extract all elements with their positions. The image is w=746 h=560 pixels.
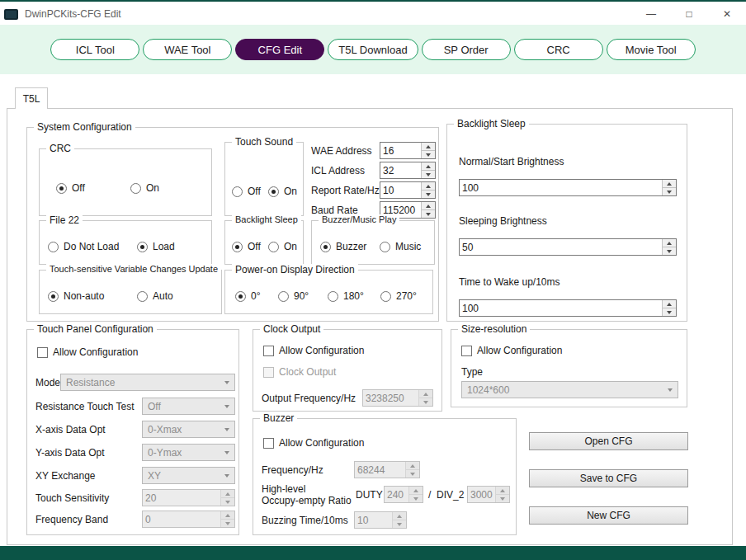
size-allow-configuration-checkbox[interactable]: Allow Configuration bbox=[461, 345, 562, 356]
spin-down-icon[interactable] bbox=[422, 209, 435, 218]
radio-180deg[interactable]: 180° bbox=[328, 290, 364, 302]
radio-touch-sound-off[interactable]: Off bbox=[232, 186, 261, 197]
save-to-cfg-button[interactable]: Save to CFG bbox=[529, 469, 688, 487]
icl-address-spinner[interactable]: 32 bbox=[380, 162, 436, 179]
radio-label: 180° bbox=[343, 290, 364, 302]
checkbox-icon bbox=[263, 438, 274, 449]
group-title: Power-on Display Direction bbox=[232, 264, 358, 275]
spin-down-icon[interactable] bbox=[422, 150, 435, 158]
spin-up-icon[interactable] bbox=[422, 182, 435, 190]
buzzing-time-label: Buzzing Time/10ms bbox=[262, 515, 348, 526]
spin-up-icon[interactable] bbox=[422, 162, 435, 170]
spinner-buttons bbox=[421, 182, 435, 198]
spin-down-icon[interactable] bbox=[663, 308, 676, 316]
report-rate-label: Report Rate/Hz bbox=[311, 185, 380, 196]
spin-up-icon[interactable] bbox=[663, 180, 676, 187]
div2-spinner: 3000 bbox=[467, 486, 510, 503]
normal-brightness-value[interactable]: 100 bbox=[460, 180, 662, 195]
spin-down-icon[interactable] bbox=[422, 170, 435, 178]
radio-crc-on[interactable]: On bbox=[130, 182, 159, 194]
minimize-icon[interactable]: — bbox=[632, 3, 670, 25]
nav-sp-order[interactable]: SP Order bbox=[422, 39, 511, 60]
radio-icon bbox=[130, 183, 141, 194]
frequency-band-label: Frequency Band bbox=[35, 514, 108, 525]
y-axis-data-opt-label: Y-axis Data Opt bbox=[35, 447, 105, 459]
report-rate-value[interactable]: 10 bbox=[380, 182, 421, 198]
spin-up-icon[interactable] bbox=[422, 143, 435, 150]
resistance-touch-test-select: Off bbox=[142, 398, 235, 415]
spin-down-icon[interactable] bbox=[663, 247, 676, 255]
touch-variable-update-group: Touch-sensitive Variable Changes Update … bbox=[39, 270, 222, 314]
spin-down-icon[interactable] bbox=[422, 190, 435, 198]
ratio-label-line1: High-level bbox=[262, 483, 305, 495]
spin-up-icon[interactable] bbox=[422, 202, 435, 209]
spin-down-icon[interactable] bbox=[663, 187, 676, 195]
xy-exchange-select: XY bbox=[142, 467, 235, 484]
tab-t5l[interactable]: T5L bbox=[15, 87, 48, 109]
report-rate-spinner[interactable]: 10 bbox=[380, 181, 436, 199]
nav-movie-tool[interactable]: Movie Tool bbox=[607, 39, 696, 60]
buzzer-frequency-spinner: 68244 bbox=[354, 461, 420, 478]
radio-music[interactable]: Music bbox=[380, 241, 421, 252]
open-cfg-button[interactable]: Open CFG bbox=[529, 432, 688, 450]
window-controls: — □ ✕ bbox=[632, 3, 746, 25]
radio-icon bbox=[232, 186, 243, 197]
spin-down-icon bbox=[221, 497, 234, 506]
checkbox-label: Allow Configuration bbox=[279, 437, 364, 449]
radio-backlight-on[interactable]: On bbox=[268, 241, 297, 252]
spin-up-icon[interactable] bbox=[663, 300, 676, 308]
nav-crc[interactable]: CRC bbox=[514, 39, 603, 60]
buzzer-allow-configuration-checkbox[interactable]: Allow Configuration bbox=[263, 437, 364, 449]
spin-up-icon bbox=[496, 487, 509, 494]
spinner-buttons bbox=[418, 390, 432, 406]
radio-file22-load[interactable]: Load bbox=[137, 241, 175, 252]
spin-up-icon bbox=[419, 390, 432, 398]
spin-down-icon bbox=[393, 520, 406, 528]
radio-auto[interactable]: Auto bbox=[137, 290, 173, 302]
radio-270deg[interactable]: 270° bbox=[380, 290, 417, 302]
spin-up-icon[interactable] bbox=[663, 239, 676, 247]
radio-buzzer[interactable]: Buzzer bbox=[320, 241, 366, 252]
radio-crc-off[interactable]: Off bbox=[56, 182, 85, 194]
resistance-touch-test-label: Resistance Touch Test bbox=[35, 401, 135, 412]
touch-sensitivity-spinner: 20 bbox=[142, 489, 235, 506]
frequency-band-spinner: 0 bbox=[142, 511, 235, 528]
radio-icon bbox=[235, 291, 246, 302]
nav-wae-tool[interactable]: WAE Tool bbox=[143, 39, 232, 60]
sleeping-brightness-value[interactable]: 50 bbox=[460, 239, 662, 255]
wae-address-label: WAE Address bbox=[311, 145, 372, 157]
group-title: Touch-sensitive Variable Changes Update bbox=[46, 264, 221, 274]
clock-allow-configuration-checkbox[interactable]: Allow Configuration bbox=[263, 345, 364, 356]
spin-down-icon bbox=[419, 398, 432, 406]
radio-90deg[interactable]: 90° bbox=[278, 290, 309, 302]
radio-icon bbox=[137, 242, 148, 252]
new-cfg-button[interactable]: New CFG bbox=[529, 506, 688, 525]
normal-brightness-spinner[interactable]: 100 bbox=[459, 179, 677, 196]
radio-0deg[interactable]: 0° bbox=[235, 290, 260, 302]
radio-icon bbox=[268, 186, 279, 197]
wake-time-spinner[interactable]: 100 bbox=[459, 299, 677, 317]
wake-time-value[interactable]: 100 bbox=[460, 300, 662, 316]
buzzing-time-value: 10 bbox=[355, 512, 392, 528]
group-title: Touch Sound bbox=[232, 136, 296, 148]
touch-allow-configuration-checkbox[interactable]: Allow Configuration bbox=[37, 346, 138, 358]
icl-address-value[interactable]: 32 bbox=[380, 162, 421, 178]
nav-t5l-download[interactable]: T5L Download bbox=[328, 39, 418, 60]
maximize-icon[interactable]: □ bbox=[670, 3, 708, 25]
output-frequency-spinner: 3238250 bbox=[362, 389, 433, 407]
close-icon[interactable]: ✕ bbox=[708, 3, 746, 25]
wae-address-value[interactable]: 16 bbox=[380, 143, 421, 158]
radio-non-auto[interactable]: Non-auto bbox=[48, 290, 104, 302]
sleeping-brightness-label: Sleeping Brightness bbox=[459, 215, 547, 227]
chevron-down-icon bbox=[663, 382, 678, 398]
checkbox-label: Allow Configuration bbox=[279, 345, 364, 356]
nav-icl-tool[interactable]: ICL Tool bbox=[50, 39, 139, 60]
radio-backlight-off[interactable]: Off bbox=[232, 241, 261, 252]
chevron-down-icon bbox=[220, 374, 234, 390]
nav-cfg-edit[interactable]: CFG Edit bbox=[235, 39, 324, 60]
radio-file22-do-not-load[interactable]: Do Not Load bbox=[48, 241, 119, 252]
radio-touch-sound-on[interactable]: On bbox=[268, 186, 297, 197]
spinner-buttons bbox=[662, 239, 676, 255]
sleeping-brightness-spinner[interactable]: 50 bbox=[459, 238, 677, 256]
wae-address-spinner[interactable]: 16 bbox=[380, 142, 436, 159]
